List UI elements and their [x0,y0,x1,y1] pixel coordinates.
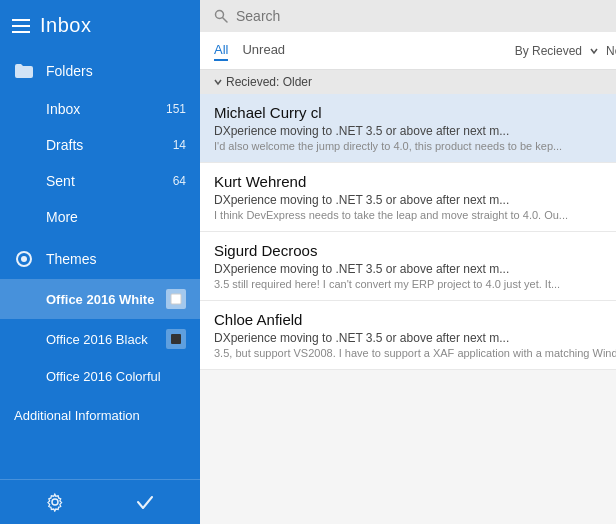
additional-info[interactable]: Additional Information [0,398,200,433]
theme-item-white[interactable]: Office 2016 White [0,279,200,319]
themes-icon [14,249,34,269]
theme-white-badge [166,289,186,309]
email-sender-2: Kurt Wehrend [214,173,306,190]
folder-icon [14,61,34,81]
sort-by-received[interactable]: By Recieved [515,44,582,58]
settings-icon[interactable] [43,490,67,514]
sidebar-nav: Folders Inbox 151 Drafts 14 Sent 64 More [0,51,200,235]
inbox-label: Inbox [46,101,80,117]
main-content: All Unread By Recieved Newest Reciev [200,0,616,524]
svg-rect-2 [171,294,181,304]
search-bar [200,0,616,32]
drafts-badge: 14 [173,138,186,152]
sidebar-bottom [0,479,200,524]
email-item-2[interactable]: Kurt Wehrend 7/3/2011 DXperience moving … [200,163,616,232]
svg-point-4 [52,499,58,505]
sidebar-item-folders[interactable]: Folders [0,51,200,91]
svg-point-1 [21,256,27,262]
svg-line-6 [223,18,228,23]
collapse-icon[interactable] [214,78,222,86]
folders-label: Folders [46,63,93,79]
email-item-1[interactable]: Michael Curry cl 7/3/2011 DXperience mov… [200,94,616,163]
email-row1-2: Kurt Wehrend 7/3/2011 [214,173,616,190]
email-subject-3: DXperience moving to .NET 3.5 or above a… [214,262,616,276]
themes-label: Themes [46,251,97,267]
email-preview-4: 3.5, but support VS2008. I have to suppo… [214,347,616,359]
section-header: Recieved: Older [200,70,616,94]
svg-rect-3 [171,334,181,344]
filter-unread[interactable]: Unread [242,40,285,61]
filter-right: By Recieved Newest [515,44,616,58]
theme-item-black[interactable]: Office 2016 Black [0,319,200,359]
email-item-3[interactable]: Sigurd Decroos 7/3/2011 DXperience movin… [200,232,616,301]
email-sender-3: Sigurd Decroos [214,242,317,259]
filter-all[interactable]: All [214,40,228,61]
email-preview-2: I think DevExpress needs to take the lea… [214,209,616,221]
email-subject-2: DXperience moving to .NET 3.5 or above a… [214,193,616,207]
theme-item-colorful[interactable]: Office 2016 Colorful [0,359,200,394]
sidebar: Inbox Folders Inbox 151 Drafts 14 Sent 6… [0,0,200,524]
email-row1-1: Michael Curry cl 7/3/2011 [214,104,616,121]
email-subject-1: DXperience moving to .NET 3.5 or above a… [214,124,616,138]
email-preview-1: I'd also welcome the jump directly to 4.… [214,140,616,152]
email-sender-4: Chloe Anfield [214,311,302,328]
sort-by-chevron-icon [590,47,598,55]
themes-section: Themes Office 2016 White Office 2016 Bla… [0,239,200,394]
theme-colorful-label: Office 2016 Colorful [46,369,161,384]
sent-badge: 64 [173,174,186,188]
filter-left: All Unread [214,40,285,61]
sort-newest[interactable]: Newest [606,44,616,58]
theme-black-label: Office 2016 Black [46,332,148,347]
sidebar-item-inbox[interactable]: Inbox 151 [0,91,200,127]
search-input[interactable] [236,8,616,24]
email-list: Recieved: Older Michael Curry cl 7/3/201… [200,70,616,524]
additional-info-label: Additional Information [14,408,140,423]
sidebar-item-sent[interactable]: Sent 64 [0,163,200,199]
email-preview-3: 3.5 still required here! I can't convert… [214,278,616,290]
email-row1-4: Chloe Anfield 7/3/2011 [214,311,616,328]
sidebar-title: Inbox [40,14,91,37]
sent-label: Sent [46,173,75,189]
email-row1-3: Sigurd Decroos 7/3/2011 [214,242,616,259]
filter-bar: All Unread By Recieved Newest [200,32,616,70]
email-item-4[interactable]: Chloe Anfield 7/3/2011 DXperience moving… [200,301,616,370]
themes-header[interactable]: Themes [0,239,200,279]
email-sender-1: Michael Curry cl [214,104,322,121]
sidebar-header: Inbox [0,0,200,51]
theme-black-badge [166,329,186,349]
sidebar-item-drafts[interactable]: Drafts 14 [0,127,200,163]
email-subject-4: DXperience moving to .NET 3.5 or above a… [214,331,616,345]
drafts-label: Drafts [46,137,83,153]
more-label: More [46,209,78,225]
section-header-label: Recieved: Older [226,75,312,89]
theme-white-label: Office 2016 White [46,292,154,307]
inbox-badge: 151 [166,102,186,116]
checkmark-icon[interactable] [133,490,157,514]
search-icon [214,9,228,23]
hamburger-icon[interactable] [12,19,30,33]
sidebar-item-more[interactable]: More [0,199,200,235]
